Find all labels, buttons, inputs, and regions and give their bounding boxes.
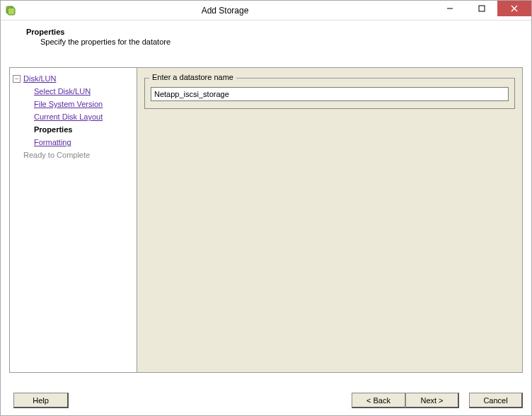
maximize-button[interactable] (466, 1, 497, 16)
app-icon (5, 5, 16, 16)
sidebar-item-label[interactable]: File System Version (34, 98, 103, 110)
sidebar-item-label[interactable]: Select Disk/LUN (34, 86, 91, 97)
wizard-header: Properties Specify the properties for th… (1, 21, 531, 53)
datastore-name-input[interactable] (151, 87, 509, 101)
help-button[interactable]: Help (13, 393, 69, 408)
svg-rect-3 (479, 6, 485, 11)
page-title: Properties (26, 28, 523, 36)
window-title: Add Storage (16, 6, 434, 16)
window-controls (434, 1, 531, 20)
sidebar-item-fs-version[interactable]: File System Version (34, 98, 134, 110)
tree-link-disklun[interactable]: Disk/LUN (23, 73, 56, 84)
sidebar-item-disk-layout[interactable]: Current Disk Layout (34, 110, 134, 123)
wizard-footer: Help < Back Next > Cancel (9, 393, 523, 408)
sidebar-item-label[interactable]: Current Disk Layout (34, 111, 103, 122)
tree-node-disklun[interactable]: − Disk/LUN (13, 72, 134, 85)
fieldset-legend: Enter a datastore name (149, 73, 236, 81)
wizard-steps-sidebar: − Disk/LUN Select Disk/LUN File System V… (10, 68, 137, 372)
collapse-icon[interactable]: − (13, 75, 21, 83)
sidebar-item-label: Ready to Complete (23, 149, 90, 161)
minimize-button[interactable] (434, 1, 466, 16)
svg-rect-1 (8, 8, 15, 15)
wizard-content: Enter a datastore name (137, 68, 522, 372)
back-button[interactable]: < Back (352, 393, 405, 408)
titlebar: Add Storage (1, 1, 531, 21)
sidebar-item-label: Properties (34, 124, 72, 135)
page-description: Specify the properties for the datatore (40, 37, 523, 46)
sidebar-item-select-disk[interactable]: Select Disk/LUN (34, 85, 134, 98)
close-button[interactable] (497, 1, 531, 16)
cancel-button[interactable]: Cancel (469, 393, 523, 408)
wizard-body: − Disk/LUN Select Disk/LUN File System V… (9, 67, 523, 373)
sidebar-item-properties: Properties (34, 123, 134, 136)
next-button[interactable]: Next > (405, 393, 459, 408)
sidebar-item-ready: Ready to Complete (13, 149, 134, 161)
window-root: Add Storage Properties Specify the prope… (1, 1, 531, 415)
sidebar-item-formatting[interactable]: Formatting (34, 136, 134, 149)
nav-button-group: < Back Next > (352, 393, 459, 408)
datastore-name-fieldset: Enter a datastore name (144, 78, 515, 109)
sidebar-item-label[interactable]: Formatting (34, 137, 71, 148)
